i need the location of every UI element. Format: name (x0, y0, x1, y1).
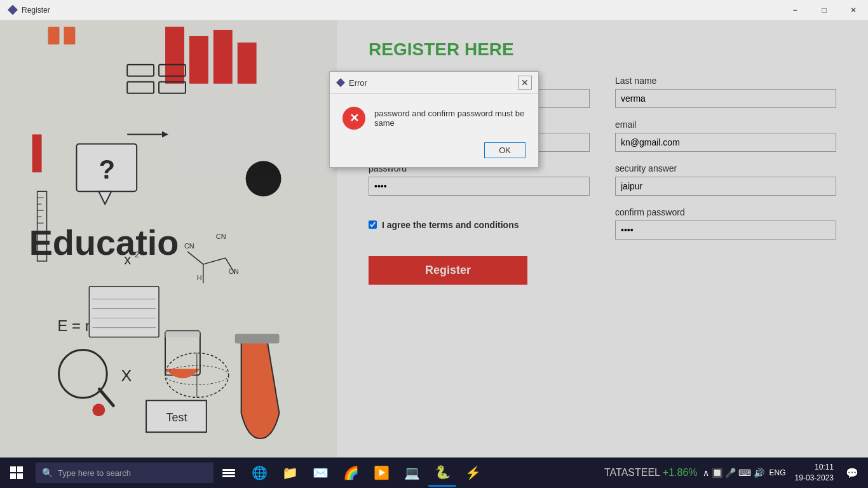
network-icon[interactable]: 🔲 (712, 468, 722, 478)
chrome-icon: 🌈 (343, 465, 359, 480)
windows-icon (10, 466, 23, 479)
search-placeholder-text: Type here to search (58, 468, 131, 478)
file-explorer-taskbar-button[interactable]: 📁 (276, 459, 304, 487)
stock-change: +1.86% (663, 467, 698, 478)
youtube-icon: ▶️ (374, 465, 390, 480)
pycharm-taskbar-button[interactable]: ⚡ (459, 459, 487, 487)
win-quad-bl (10, 473, 16, 479)
win-quad-tr (17, 466, 23, 472)
modal-title-text: Error (349, 78, 367, 88)
tray-icons: ∧ 🔲 🎤 ⌨ 🔊 (703, 468, 764, 478)
chrome-taskbar-button[interactable]: 🌈 (337, 459, 365, 487)
clock-date: 19-03-2023 (795, 473, 834, 484)
vscode-taskbar-button[interactable]: 💻 (398, 459, 426, 487)
keyboard-icon[interactable]: ⌨ (738, 468, 751, 478)
arrow-up-icon[interactable]: ∧ (703, 468, 709, 478)
file-explorer-icon: 📁 (282, 465, 298, 480)
system-tray: TATASTEEL +1.86% ∧ 🔲 🎤 ⌨ 🔊 ENG 10:11 19-… (604, 462, 868, 484)
youtube-taskbar-button[interactable]: ▶️ (367, 459, 395, 487)
start-button[interactable] (0, 458, 33, 488)
title-bar-text: Register (22, 6, 50, 15)
task-view-button[interactable] (215, 459, 243, 487)
vscode-icon: 💻 (404, 465, 420, 480)
mail-taskbar-button[interactable]: ✉️ (306, 459, 334, 487)
notification-button[interactable]: 💬 (843, 463, 862, 482)
minimize-button[interactable]: − (780, 0, 810, 20)
error-dialog: Error ✕ ✕ password and confirm password … (329, 71, 539, 168)
clock-time: 10:11 (795, 462, 834, 473)
title-bar: Register − □ ✕ (0, 0, 868, 20)
modal-footer: OK (330, 136, 538, 167)
language-indicator[interactable]: ENG (770, 468, 786, 477)
modal-close-button[interactable]: ✕ (518, 76, 532, 90)
clock-area[interactable]: 10:11 19-03-2023 (791, 462, 837, 484)
close-button[interactable]: ✕ (839, 0, 868, 20)
ok-button[interactable]: OK (484, 142, 526, 158)
stock-info: TATASTEEL +1.86% (604, 467, 698, 478)
taskbar-search[interactable]: 🔍 Type here to search (36, 463, 214, 483)
notification-icon: 💬 (846, 467, 858, 479)
modal-app-icon (336, 78, 345, 87)
error-icon-circle: ✕ (342, 107, 365, 130)
python-taskbar-button[interactable]: 🐍 (428, 459, 456, 487)
win-quad-tl (10, 466, 16, 472)
modal-body: ✕ password and confirm password must be … (330, 94, 538, 136)
modal-title-left: Error (336, 78, 367, 88)
stock-name: TATASTEEL (604, 467, 660, 478)
error-x-icon: ✕ (349, 111, 359, 125)
mic-icon[interactable]: 🎤 (725, 468, 736, 478)
modal-message: password and confirm password must be sa… (374, 109, 526, 128)
title-bar-controls: − □ ✕ (780, 0, 868, 20)
task-view-line-2 (222, 472, 235, 474)
edge-taskbar-button[interactable]: 🌐 (245, 459, 273, 487)
task-view-icon (222, 466, 235, 479)
pycharm-icon: ⚡ (465, 465, 481, 480)
modal-overlay: Error ✕ ✕ password and confirm password … (0, 20, 868, 458)
python-icon: 🐍 (435, 464, 451, 480)
edge-icon: 🌐 (252, 465, 268, 480)
task-view-line-1 (222, 469, 235, 471)
mail-icon: ✉️ (313, 465, 329, 480)
volume-icon[interactable]: 🔊 (754, 468, 764, 478)
task-view-line-3 (222, 475, 235, 477)
win-quad-br (17, 473, 23, 479)
taskbar: 🔍 Type here to search 🌐 📁 ✉️ 🌈 ▶️ 💻 🐍 ⚡ (0, 458, 868, 488)
modal-titlebar: Error ✕ (330, 72, 538, 94)
search-icon: 🔍 (42, 468, 53, 478)
maximize-button[interactable]: □ (810, 0, 839, 20)
app-icon (8, 5, 18, 15)
